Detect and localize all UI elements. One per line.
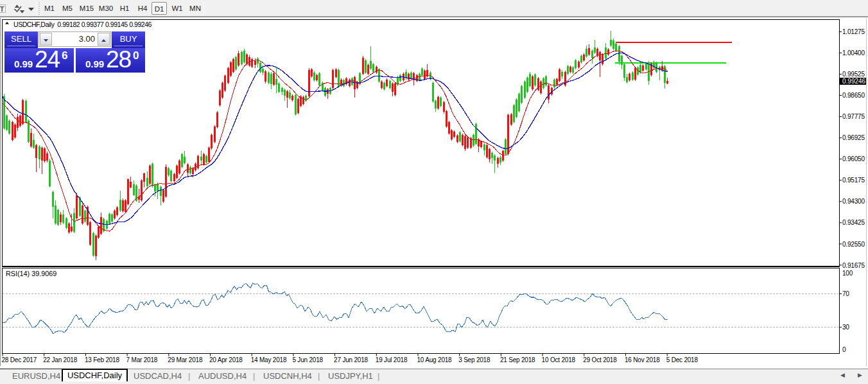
svg-text:70: 70 [842, 290, 849, 297]
svg-text:27 Jun 2018: 27 Jun 2018 [334, 356, 368, 363]
svg-text:0.94300: 0.94300 [842, 198, 865, 205]
svg-text:0: 0 [842, 346, 846, 353]
svg-text:RSI(14) 39.9069: RSI(14) 39.9069 [6, 270, 56, 277]
svg-text:29 Mar 2018: 29 Mar 2018 [168, 356, 203, 363]
svg-text:0.99246: 0.99246 [842, 78, 866, 85]
svg-text:0.96925: 0.96925 [842, 134, 865, 141]
svg-text:10 Aug 2018: 10 Aug 2018 [417, 356, 453, 363]
svg-text:14 May 2018: 14 May 2018 [251, 356, 287, 363]
svg-text:28 Dec 2017: 28 Dec 2017 [2, 356, 37, 363]
svg-text:5 Dec 2018: 5 Dec 2018 [666, 356, 699, 363]
svg-text:100: 100 [842, 270, 853, 277]
svg-text:0.91675: 0.91675 [842, 262, 865, 269]
svg-text:1.00400: 1.00400 [842, 49, 865, 57]
svg-text:0.95175: 0.95175 [842, 177, 865, 184]
svg-text:19 Jul 2018: 19 Jul 2018 [376, 356, 408, 363]
svg-text:21 Sep 2018: 21 Sep 2018 [500, 356, 535, 363]
svg-text:29 Oct 2018: 29 Oct 2018 [583, 356, 617, 363]
svg-text:7 Mar 2018: 7 Mar 2018 [126, 356, 158, 363]
svg-text:0.98650: 0.98650 [842, 92, 865, 99]
svg-text:1.01275: 1.01275 [842, 28, 865, 35]
svg-text:0.93425: 0.93425 [842, 219, 865, 226]
svg-text:5 Jun 2018: 5 Jun 2018 [292, 356, 323, 363]
svg-text:0.99525: 0.99525 [842, 71, 865, 78]
svg-text:0.96050: 0.96050 [842, 155, 865, 162]
svg-text:0.97775: 0.97775 [842, 113, 865, 120]
svg-text:0.92550: 0.92550 [842, 241, 865, 248]
svg-text:10 Oct 2018: 10 Oct 2018 [542, 356, 576, 363]
svg-text:3 Sep 2018: 3 Sep 2018 [458, 356, 490, 363]
svg-text:30: 30 [842, 324, 849, 331]
svg-text:20 Apr 2018: 20 Apr 2018 [209, 356, 243, 363]
svg-text:13 Feb 2018: 13 Feb 2018 [85, 356, 120, 363]
svg-text:16 Nov 2018: 16 Nov 2018 [625, 356, 660, 363]
svg-text:22 Jan 2018: 22 Jan 2018 [43, 356, 77, 363]
svg-text:USDCHF,Daily 0.99182 0.99377: USDCHF,Daily 0.99182 0.99377 0.99145 0.9… [13, 21, 152, 28]
